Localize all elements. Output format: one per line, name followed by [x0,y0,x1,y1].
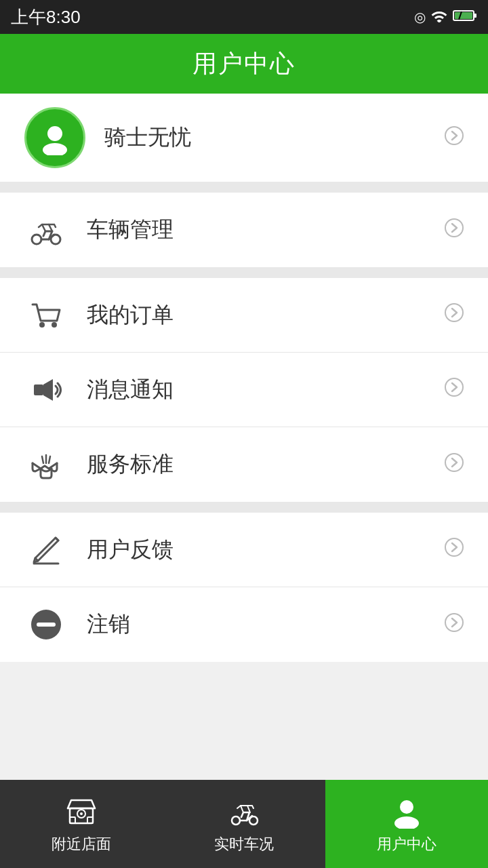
svg-point-4 [47,126,62,141]
svg-point-9 [445,219,463,237]
bell-icon [24,372,68,408]
svg-point-27 [232,816,240,825]
svg-point-30 [394,816,419,829]
svg-point-29 [400,800,413,814]
section-group1: 我的订单 消息通知 [0,278,488,502]
status-icons: ◎ [414,9,477,26]
svg-rect-13 [34,384,43,395]
logout-arrow [445,613,464,637]
svg-point-24 [80,812,83,815]
separator-1 [0,182,488,193]
vehicle-arrow [445,218,464,242]
service-label: 服务标准 [87,450,445,479]
notification-arrow [445,378,464,401]
service-arrow [445,453,464,477]
edit-icon [24,532,68,568]
user-nav-icon [388,793,425,830]
section-vehicle: 车辆管理 [0,193,488,267]
svg-rect-1 [474,14,476,18]
status-time: 上午8:30 [11,5,81,29]
battery-icon [453,9,477,26]
svg-rect-21 [70,808,93,823]
nav-item-realtime[interactable]: 实时车况 [163,780,325,868]
logout-label: 注销 [87,610,445,639]
menu-item-notification[interactable]: 消息通知 [0,353,488,427]
svg-point-20 [445,614,463,631]
realtime-icon [226,793,262,830]
notification-label: 消息通知 [87,375,445,405]
menu-item-vehicle[interactable]: 车辆管理 [0,193,488,267]
orders-label: 我的订单 [87,300,445,330]
svg-point-5 [43,143,67,155]
orders-arrow [445,303,464,327]
profile-arrow [445,126,464,150]
svg-point-6 [445,127,463,144]
nav-item-nearby[interactable]: 附近店面 [0,780,163,868]
menu-item-service[interactable]: 服务标准 [0,427,488,502]
svg-point-11 [52,322,57,328]
status-bar: 上午8:30 ◎ [0,0,488,34]
section-group2: 用户反馈 注销 [0,513,488,662]
svg-rect-19 [37,623,56,627]
svg-point-15 [445,454,463,471]
profile-section: 骑士无忧 [0,94,488,182]
bottom-nav: 附近店面 实时车况 用户中心 [0,780,488,868]
page-title: 用户中心 [192,47,296,81]
scooter-icon [24,212,68,248]
vehicle-label: 车辆管理 [87,215,445,245]
wifi-icon [431,9,447,26]
svg-rect-2 [455,12,472,19]
feedback-arrow [445,538,464,561]
nearby-icon [63,793,100,830]
menu-item-orders[interactable]: 我的订单 [0,278,488,353]
separator-3 [0,502,488,513]
logout-icon [24,607,68,642]
nav-item-user[interactable]: 用户中心 [325,780,488,868]
menu-item-feedback[interactable]: 用户反馈 [0,513,488,587]
feedback-label: 用户反馈 [87,535,445,565]
content: 骑士无忧 [0,94,488,780]
svg-point-17 [445,538,463,556]
realtime-label: 实时车况 [214,834,274,854]
cart-icon [24,298,68,333]
handshake-icon [24,447,68,482]
svg-point-12 [445,304,463,321]
menu-item-logout[interactable]: 注销 [0,587,488,662]
svg-point-7 [32,235,41,244]
nearby-label: 附近店面 [52,834,111,854]
header: 用户中心 [0,34,488,94]
user-label: 用户中心 [377,834,436,854]
gray-fill [0,662,488,780]
avatar [24,107,85,168]
svg-point-10 [39,322,45,328]
profile-item[interactable]: 骑士无忧 [0,94,488,182]
location-icon: ◎ [414,9,426,25]
separator-2 [0,267,488,278]
profile-name: 骑士无忧 [104,123,445,153]
svg-point-14 [445,378,463,396]
